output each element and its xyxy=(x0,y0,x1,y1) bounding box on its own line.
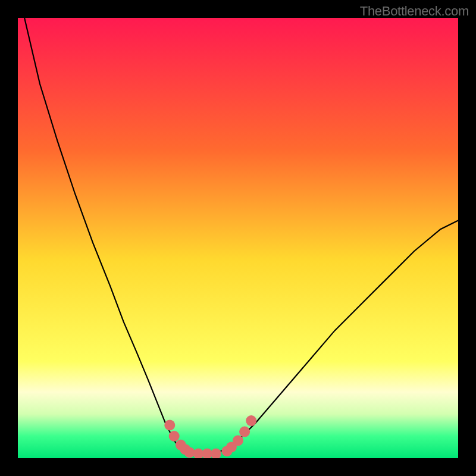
chart-svg xyxy=(18,18,458,458)
marker-dot xyxy=(169,431,180,441)
watermark-text: TheBottleneck.com xyxy=(360,4,469,19)
marker-dot xyxy=(164,420,175,431)
marker-dot xyxy=(246,415,256,426)
chart-plot xyxy=(18,18,458,458)
chart-background xyxy=(18,18,458,458)
marker-dot xyxy=(233,435,243,446)
marker-dot xyxy=(239,427,250,437)
